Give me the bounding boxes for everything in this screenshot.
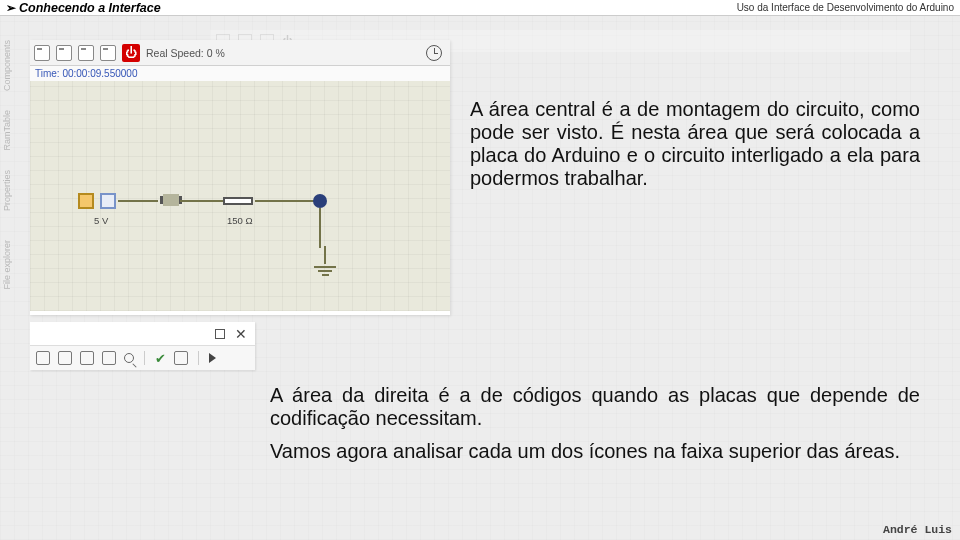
slide-title-left: ➢ Conhecendo a Interface: [6, 1, 161, 15]
divider: [198, 351, 199, 365]
save-as-icon[interactable]: [100, 45, 116, 61]
wire: [200, 200, 223, 202]
power-stop-icon[interactable]: ⏻: [122, 44, 140, 62]
divider: [144, 351, 145, 365]
save-icon[interactable]: [78, 45, 94, 61]
circuit-toolbar: ⏻ Real Speed: 0 %: [30, 40, 450, 66]
slide-title-right: Uso da Interface de Desenvolvimento do A…: [737, 2, 954, 13]
wire: [180, 200, 200, 202]
sidebar-tab-components: Components: [2, 40, 12, 91]
close-icon[interactable]: ✕: [235, 326, 247, 342]
run-play-icon[interactable]: [209, 353, 216, 363]
voltage-source-a[interactable]: [78, 193, 94, 209]
clock-icon[interactable]: [426, 45, 442, 61]
paragraph-2: A área da direita é a de códigos quando …: [270, 384, 920, 430]
component-led[interactable]: [163, 194, 179, 206]
new-file-icon[interactable]: [36, 351, 50, 365]
code-toolbar-panel: ✕ ✔: [30, 322, 255, 370]
open-folder-icon[interactable]: [58, 351, 72, 365]
label-5v: 5 V: [94, 215, 108, 226]
sidebar-tab-properties: Properties: [2, 170, 12, 211]
paragraph-1: A área central é a de montagem do circui…: [470, 98, 920, 190]
maximize-icon[interactable]: [215, 329, 225, 339]
sidebar-tab-ramtable: RamTable: [2, 110, 12, 151]
search-icon[interactable]: [124, 353, 134, 363]
speed-label: Real Speed: 0 %: [146, 47, 225, 59]
label-150: 150 Ω: [227, 215, 253, 226]
code-toolbar-actions: ✔: [30, 346, 255, 370]
paragraph-3: Vamos agora analisar cada um dos ícones …: [270, 440, 920, 463]
save-as-icon[interactable]: [102, 351, 116, 365]
slide-header: ➢ Conhecendo a Interface Uso da Interfac…: [0, 0, 960, 16]
wire: [118, 200, 158, 202]
right-arrow-icon: ➢: [6, 2, 16, 14]
author-footer: André Luis: [883, 523, 952, 536]
open-folder-icon[interactable]: [56, 45, 72, 61]
wire: [278, 200, 316, 202]
voltage-source-b[interactable]: [100, 193, 116, 209]
wire: [255, 200, 278, 202]
circuit-panel: ⏻ Real Speed: 0 % Time: 00:00:09.550000 …: [30, 40, 450, 315]
wire: [319, 208, 321, 248]
ground-symbol[interactable]: [314, 246, 336, 276]
component-resistor[interactable]: [223, 197, 253, 205]
save-icon[interactable]: [80, 351, 94, 365]
new-file-icon[interactable]: [34, 45, 50, 61]
sidebar-tab-fileexplorer: File explorer: [2, 240, 12, 290]
compile-check-icon[interactable]: ✔: [155, 351, 166, 366]
circuit-canvas[interactable]: 5 V 150 Ω: [30, 81, 450, 311]
node-dot[interactable]: [313, 194, 327, 208]
slide-title-text: Conhecendo a Interface: [19, 1, 161, 15]
code-toolbar-window-controls: ✕: [30, 322, 255, 346]
time-label: Time: 00:00:09.550000: [30, 66, 450, 81]
upload-icon[interactable]: [174, 351, 188, 365]
